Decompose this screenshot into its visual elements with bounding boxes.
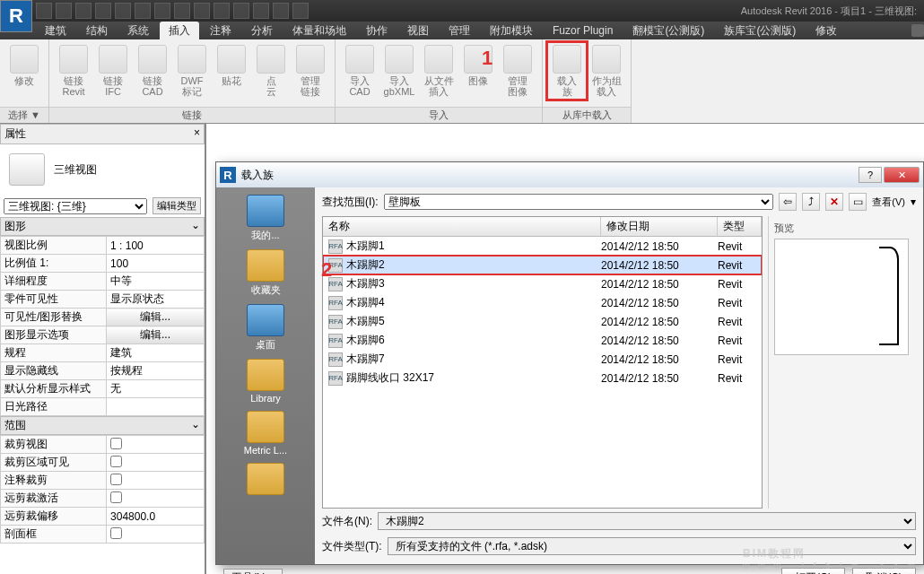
group-extent[interactable]: 范围⌄ xyxy=(0,416,205,435)
load-family-button[interactable]: 载入族 xyxy=(548,43,586,99)
places-item[interactable]: 桌面 xyxy=(225,302,306,353)
prop-value[interactable]: 100 xyxy=(107,255,205,273)
prop-value[interactable]: 304800.0 xyxy=(107,508,205,526)
file-row[interactable]: RFA木踢脚32014/2/12 18:50Revit xyxy=(323,274,762,293)
ribbon-button[interactable]: DWF标记 xyxy=(173,43,211,99)
file-row[interactable]: RFA木踢脚42014/2/12 18:50Revit xyxy=(323,293,762,312)
type-selector[interactable]: 三维视图 xyxy=(0,144,205,195)
ribbon-button[interactable]: 链接CAD xyxy=(134,43,171,99)
ribbon-tab[interactable]: 结构 xyxy=(77,22,117,40)
prop-checkbox[interactable] xyxy=(110,527,122,539)
ribbon-tab[interactable]: 视图 xyxy=(398,22,438,40)
qat-item[interactable] xyxy=(174,3,190,19)
prop-value[interactable] xyxy=(107,436,205,454)
ribbon-button[interactable]: 链接IFC xyxy=(94,43,132,99)
ribbon-tab[interactable]: 管理 xyxy=(440,22,479,40)
up-icon[interactable]: ⤴ xyxy=(802,193,820,211)
places-item[interactable]: Library xyxy=(225,357,306,405)
close-icon[interactable]: × xyxy=(194,126,200,142)
ribbon-tab[interactable]: 插入 xyxy=(160,22,199,40)
ribbon-button[interactable]: 贴花 xyxy=(213,43,250,88)
ribbon-button[interactable]: 点云 xyxy=(252,43,290,99)
ribbon-tab[interactable]: 系统 xyxy=(118,22,158,40)
ribbon-button[interactable]: 管理链接 xyxy=(292,43,329,99)
prop-value[interactable] xyxy=(107,454,205,472)
qat-item[interactable] xyxy=(214,3,230,19)
prop-checkbox[interactable] xyxy=(110,474,122,485)
col-date[interactable]: 修改日期 xyxy=(601,217,718,236)
tools-button[interactable]: 工具(L) ▾ xyxy=(223,569,283,574)
qat-item[interactable] xyxy=(95,3,111,19)
qat-item[interactable] xyxy=(194,3,210,19)
ribbon-tab[interactable]: 分析 xyxy=(242,22,282,40)
col-name[interactable]: 名称 xyxy=(323,217,601,236)
file-row[interactable]: RFA踢脚线收口 32X172014/2/12 18:50Revit xyxy=(323,369,762,387)
file-row[interactable]: RFA木踢脚22014/2/12 18:50Revit xyxy=(323,256,762,274)
filename-input[interactable]: 木踢脚2 xyxy=(378,512,916,530)
prop-value[interactable] xyxy=(107,526,205,544)
places-item[interactable] xyxy=(225,461,306,499)
prop-checkbox[interactable] xyxy=(110,438,122,449)
ribbon-tab[interactable]: Fuzor Plugin xyxy=(544,22,622,39)
qat-item[interactable] xyxy=(115,3,131,19)
ribbon-button[interactable]: 作为组载入 xyxy=(588,43,625,99)
prop-checkbox[interactable] xyxy=(110,491,122,503)
delete-icon[interactable]: ✕ xyxy=(825,193,843,211)
places-item[interactable]: Metric L... xyxy=(225,409,306,457)
view-select[interactable]: 三维视图: {三维} xyxy=(4,198,147,214)
ribbon-button[interactable]: 导入CAD xyxy=(341,43,379,99)
qat-item[interactable] xyxy=(253,3,269,19)
view-menu[interactable]: 查看(V) xyxy=(872,196,905,209)
ribbon-button[interactable]: 管理图像 xyxy=(499,43,536,99)
prop-value[interactable]: 建筑 xyxy=(107,344,205,362)
qat-item[interactable] xyxy=(135,3,151,19)
qat-item[interactable] xyxy=(292,3,309,19)
expand-icon[interactable] xyxy=(911,24,924,37)
open-button[interactable]: 打开(O) xyxy=(781,568,845,574)
qat-item[interactable] xyxy=(273,3,289,19)
ribbon-tab[interactable]: 协作 xyxy=(357,22,397,40)
dialog-close-button[interactable]: ✕ xyxy=(884,167,920,183)
dialog-titlebar[interactable]: R 载入族 ? ✕ xyxy=(216,162,923,187)
prop-value[interactable]: 编辑... xyxy=(107,309,205,326)
ribbon-tab[interactable]: 附加模块 xyxy=(481,22,542,40)
file-list-header[interactable]: 名称 修改日期 类型 xyxy=(323,217,762,237)
qat-item[interactable] xyxy=(154,3,170,19)
ribbon-button[interactable]: 导入gbXML xyxy=(380,43,418,99)
prop-value[interactable]: 中等 xyxy=(107,273,205,291)
ribbon-tab[interactable]: 翻模宝(公测版) xyxy=(623,22,713,40)
ribbon-button[interactable]: 从文件插入 xyxy=(420,43,458,99)
prop-value[interactable]: 1 : 100 xyxy=(107,237,205,255)
view-menu-chevron[interactable]: ▾ xyxy=(911,196,916,208)
col-type[interactable]: 类型 xyxy=(718,217,762,236)
lookin-select[interactable]: 壁脚板 xyxy=(384,194,774,210)
file-row[interactable]: RFA木踢脚62014/2/12 18:50Revit xyxy=(323,331,762,350)
qat-item[interactable] xyxy=(75,3,92,19)
cancel-button[interactable]: 取消(C) xyxy=(852,568,916,574)
qat-item[interactable] xyxy=(233,3,249,19)
prop-value[interactable]: 按规程 xyxy=(107,362,205,380)
file-row[interactable]: RFA木踢脚72014/2/12 18:50Revit xyxy=(323,350,762,369)
back-icon[interactable]: ⇦ xyxy=(779,193,797,211)
ribbon-tab[interactable]: 建筑 xyxy=(36,22,75,40)
ribbon-tab[interactable]: 体量和场地 xyxy=(283,22,355,40)
ribbon-tab[interactable]: 族库宝(公测版) xyxy=(715,22,805,40)
filetype-select[interactable]: 所有受支持的文件 (*.rfa, *.adsk) xyxy=(388,537,916,555)
ribbon-tab[interactable]: 修改 xyxy=(806,22,846,40)
file-row[interactable]: RFA木踢脚12014/2/12 18:50Revit xyxy=(323,237,762,256)
ribbon-button[interactable]: 修改 xyxy=(5,43,43,88)
app-logo[interactable]: R xyxy=(0,0,32,32)
dialog-help-button[interactable]: ? xyxy=(859,167,882,183)
group-graphics[interactable]: 图形⌄ xyxy=(0,217,205,236)
edit-type-button[interactable]: 编辑类型 xyxy=(153,197,201,214)
prop-checkbox[interactable] xyxy=(110,456,122,467)
file-row[interactable]: RFA木踢脚52014/2/12 18:50Revit xyxy=(323,312,762,331)
prop-value[interactable] xyxy=(107,490,205,508)
places-item[interactable]: 我的... xyxy=(225,193,306,244)
prop-value[interactable]: 显示原状态 xyxy=(107,291,205,309)
qat-item[interactable] xyxy=(56,3,72,19)
places-item[interactable]: 收藏夹 xyxy=(225,248,306,299)
ribbon-tab[interactable]: 注释 xyxy=(201,22,240,40)
prop-value[interactable] xyxy=(107,398,205,416)
prop-value[interactable]: 编辑... xyxy=(107,326,205,344)
